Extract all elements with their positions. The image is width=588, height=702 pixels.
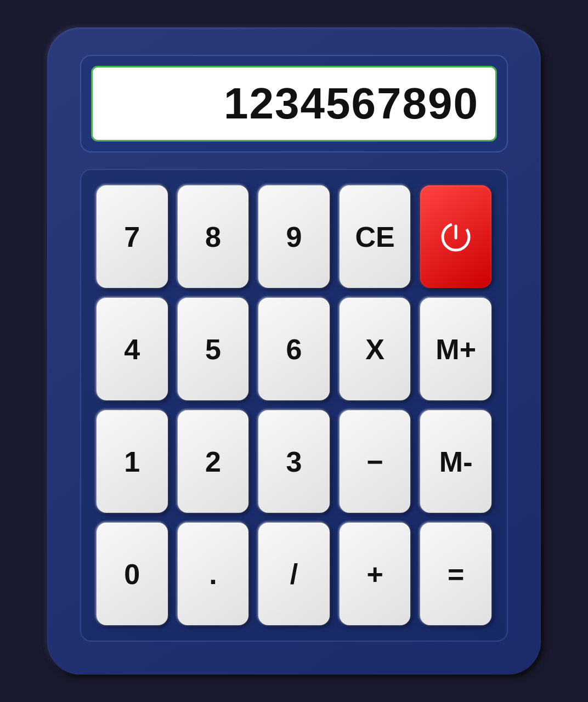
key-0[interactable]: 0 [97, 523, 168, 625]
key-equals[interactable]: = [420, 523, 491, 625]
key-7[interactable]: 7 [97, 185, 168, 288]
key-1[interactable]: 1 [97, 410, 168, 513]
key-plus[interactable]: + [340, 523, 411, 625]
key-4[interactable]: 4 [97, 298, 168, 400]
display-wrapper: 1234567890 [80, 55, 508, 152]
key-mminus[interactable]: M- [420, 410, 491, 513]
key-mplus[interactable]: M+ [420, 298, 491, 400]
display: 1234567890 [91, 66, 497, 141]
key-multiply[interactable]: X [340, 298, 411, 400]
key-divide[interactable]: / [258, 523, 330, 625]
display-value: 1234567890 [224, 78, 479, 129]
key-5[interactable]: 5 [178, 298, 249, 400]
key-row: 123−M- [97, 410, 491, 513]
key-6[interactable]: 6 [258, 298, 330, 400]
key-8[interactable]: 8 [178, 185, 249, 288]
key-row: 789CE [97, 185, 491, 288]
key-3[interactable]: 3 [258, 410, 330, 513]
key-minus[interactable]: − [340, 410, 411, 513]
key-9[interactable]: 9 [258, 185, 330, 288]
key-power[interactable] [420, 185, 491, 288]
key-row: 0./+= [97, 523, 491, 625]
key-dot[interactable]: . [178, 523, 249, 625]
key-2[interactable]: 2 [178, 410, 249, 513]
key-row: 456XM+ [97, 298, 491, 400]
key-ce[interactable]: CE [340, 185, 411, 288]
keypad: 789CE 456XM+123−M-0./+= [80, 169, 508, 642]
calculator: 1234567890 789CE 456XM+123−M-0./+= [47, 27, 541, 675]
